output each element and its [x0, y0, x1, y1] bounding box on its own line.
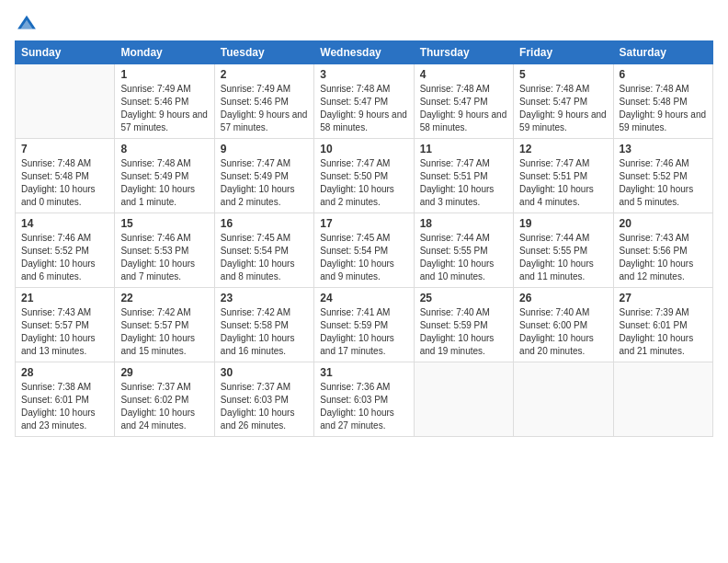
day-info: Sunrise: 7:46 AMSunset: 5:52 PMDaylight:… — [21, 232, 108, 283]
day-cell: 4Sunrise: 7:48 AMSunset: 5:47 PMDaylight… — [414, 64, 513, 139]
day-number: 19 — [519, 217, 607, 230]
day-info: Sunrise: 7:37 AMSunset: 6:02 PMDaylight:… — [120, 381, 208, 432]
sunset-text: Sunset: 5:54 PM — [221, 246, 289, 256]
daylight-text: Daylight: 10 hours and 12 minutes. — [620, 259, 694, 282]
day-number: 23 — [221, 292, 308, 304]
col-thursday: Thursday — [414, 41, 513, 64]
day-number: 12 — [519, 143, 607, 155]
day-cell: 7Sunrise: 7:48 AMSunset: 5:48 PMDaylight… — [16, 139, 115, 213]
day-cell: 25Sunrise: 7:40 AMSunset: 5:59 PMDayligh… — [414, 288, 513, 362]
day-info: Sunrise: 7:36 AMSunset: 6:03 PMDaylight:… — [320, 381, 407, 432]
calendar-table: Sunday Monday Tuesday Wednesday Thursday… — [15, 40, 713, 437]
day-cell: 28Sunrise: 7:38 AMSunset: 6:01 PMDayligh… — [16, 362, 115, 437]
sunset-text: Sunset: 5:54 PM — [320, 246, 388, 256]
sunset-text: Sunset: 5:53 PM — [120, 246, 188, 256]
day-cell: 29Sunrise: 7:37 AMSunset: 6:02 PMDayligh… — [115, 362, 214, 437]
day-info: Sunrise: 7:47 AMSunset: 5:50 PMDaylight:… — [320, 157, 407, 209]
col-monday: Monday — [115, 41, 214, 64]
day-info: Sunrise: 7:49 AMSunset: 5:46 PMDaylight:… — [120, 83, 208, 134]
day-cell — [16, 64, 115, 139]
week-row-2: 7Sunrise: 7:48 AMSunset: 5:48 PMDaylight… — [16, 139, 713, 213]
sunset-text: Sunset: 5:46 PM — [120, 97, 188, 107]
sunset-text: Sunset: 5:57 PM — [21, 320, 89, 330]
sunrise-text: Sunrise: 7:40 AM — [519, 307, 589, 317]
sunrise-text: Sunrise: 7:48 AM — [620, 84, 689, 94]
day-info: Sunrise: 7:47 AMSunset: 5:51 PMDaylight:… — [519, 157, 607, 209]
daylight-text: Daylight: 10 hours and 20 minutes. — [519, 333, 594, 356]
week-row-3: 14Sunrise: 7:46 AMSunset: 5:52 PMDayligh… — [16, 213, 713, 288]
day-number: 1 — [120, 68, 208, 81]
day-info: Sunrise: 7:48 AMSunset: 5:49 PMDaylight:… — [120, 157, 208, 209]
day-number: 28 — [21, 366, 108, 379]
day-cell: 20Sunrise: 7:43 AMSunset: 5:56 PMDayligh… — [613, 213, 712, 288]
day-cell: 18Sunrise: 7:44 AMSunset: 5:55 PMDayligh… — [414, 213, 513, 288]
daylight-text: Daylight: 10 hours and 11 minutes. — [519, 259, 594, 282]
daylight-text: Daylight: 10 hours and 9 minutes. — [320, 259, 394, 282]
daylight-text: Daylight: 9 hours and 57 minutes. — [221, 109, 308, 132]
day-cell: 24Sunrise: 7:41 AMSunset: 5:59 PMDayligh… — [314, 288, 414, 362]
daylight-text: Daylight: 10 hours and 17 minutes. — [320, 333, 394, 356]
sunrise-text: Sunrise: 7:46 AM — [620, 158, 689, 168]
sunset-text: Sunset: 5:58 PM — [221, 320, 289, 330]
daylight-text: Daylight: 9 hours and 59 minutes. — [620, 109, 707, 132]
day-info: Sunrise: 7:48 AMSunset: 5:47 PMDaylight:… — [519, 83, 607, 134]
daylight-text: Daylight: 10 hours and 24 minutes. — [120, 408, 195, 431]
day-info: Sunrise: 7:48 AMSunset: 5:48 PMDaylight:… — [21, 157, 108, 209]
day-cell: 16Sunrise: 7:45 AMSunset: 5:54 PMDayligh… — [214, 213, 313, 288]
day-info: Sunrise: 7:46 AMSunset: 5:52 PMDaylight:… — [620, 157, 707, 209]
daylight-text: Daylight: 10 hours and 1 minute. — [120, 184, 195, 207]
sunrise-text: Sunrise: 7:48 AM — [320, 84, 390, 94]
day-cell: 22Sunrise: 7:42 AMSunset: 5:57 PMDayligh… — [115, 288, 214, 362]
day-info: Sunrise: 7:48 AMSunset: 5:47 PMDaylight:… — [320, 83, 407, 134]
header — [15, 9, 713, 37]
daylight-text: Daylight: 10 hours and 5 minutes. — [620, 184, 694, 207]
day-cell: 14Sunrise: 7:46 AMSunset: 5:52 PMDayligh… — [16, 213, 115, 288]
day-number: 31 — [320, 366, 407, 379]
sunset-text: Sunset: 5:51 PM — [420, 171, 488, 181]
day-number: 15 — [120, 217, 208, 230]
day-cell — [414, 362, 513, 437]
day-number: 8 — [120, 143, 208, 155]
day-cell: 9Sunrise: 7:47 AMSunset: 5:49 PMDaylight… — [214, 139, 313, 213]
header-row: Sunday Monday Tuesday Wednesday Thursday… — [16, 41, 713, 64]
sunrise-text: Sunrise: 7:44 AM — [519, 233, 589, 243]
day-number: 30 — [221, 366, 308, 379]
day-info: Sunrise: 7:43 AMSunset: 5:57 PMDaylight:… — [21, 306, 108, 358]
sunset-text: Sunset: 6:02 PM — [120, 395, 188, 405]
sunrise-text: Sunrise: 7:38 AM — [21, 382, 91, 392]
day-number: 20 — [620, 217, 707, 230]
day-number: 22 — [120, 292, 208, 304]
sunset-text: Sunset: 5:47 PM — [519, 97, 587, 107]
daylight-text: Daylight: 9 hours and 58 minutes. — [320, 109, 407, 132]
day-info: Sunrise: 7:43 AMSunset: 5:56 PMDaylight:… — [620, 232, 707, 283]
day-cell: 6Sunrise: 7:48 AMSunset: 5:48 PMDaylight… — [613, 64, 712, 139]
daylight-text: Daylight: 10 hours and 21 minutes. — [620, 333, 694, 356]
sunrise-text: Sunrise: 7:49 AM — [221, 84, 290, 94]
col-wednesday: Wednesday — [314, 41, 414, 64]
col-sunday: Sunday — [16, 41, 115, 64]
day-info: Sunrise: 7:44 AMSunset: 5:55 PMDaylight:… — [519, 232, 607, 283]
daylight-text: Daylight: 10 hours and 8 minutes. — [221, 259, 295, 282]
week-row-4: 21Sunrise: 7:43 AMSunset: 5:57 PMDayligh… — [16, 288, 713, 362]
sunrise-text: Sunrise: 7:36 AM — [320, 382, 390, 392]
sunset-text: Sunset: 6:03 PM — [320, 395, 388, 405]
day-number: 11 — [420, 143, 507, 155]
day-cell: 11Sunrise: 7:47 AMSunset: 5:51 PMDayligh… — [414, 139, 513, 213]
daylight-text: Daylight: 10 hours and 16 minutes. — [221, 333, 295, 356]
col-friday: Friday — [514, 41, 613, 64]
col-tuesday: Tuesday — [214, 41, 313, 64]
day-number: 24 — [320, 292, 407, 304]
daylight-text: Daylight: 10 hours and 6 minutes. — [21, 259, 96, 282]
sunrise-text: Sunrise: 7:40 AM — [420, 307, 490, 317]
sunrise-text: Sunrise: 7:45 AM — [221, 233, 290, 243]
sunset-text: Sunset: 6:01 PM — [620, 320, 688, 330]
sunset-text: Sunset: 6:01 PM — [21, 395, 89, 405]
sunrise-text: Sunrise: 7:39 AM — [620, 307, 689, 317]
sunrise-text: Sunrise: 7:48 AM — [519, 84, 589, 94]
sunset-text: Sunset: 5:52 PM — [21, 246, 89, 256]
sunrise-text: Sunrise: 7:47 AM — [519, 158, 589, 168]
day-number: 7 — [21, 143, 108, 155]
day-cell — [514, 362, 613, 437]
sunrise-text: Sunrise: 7:46 AM — [120, 233, 190, 243]
logo-icon — [17, 13, 37, 33]
